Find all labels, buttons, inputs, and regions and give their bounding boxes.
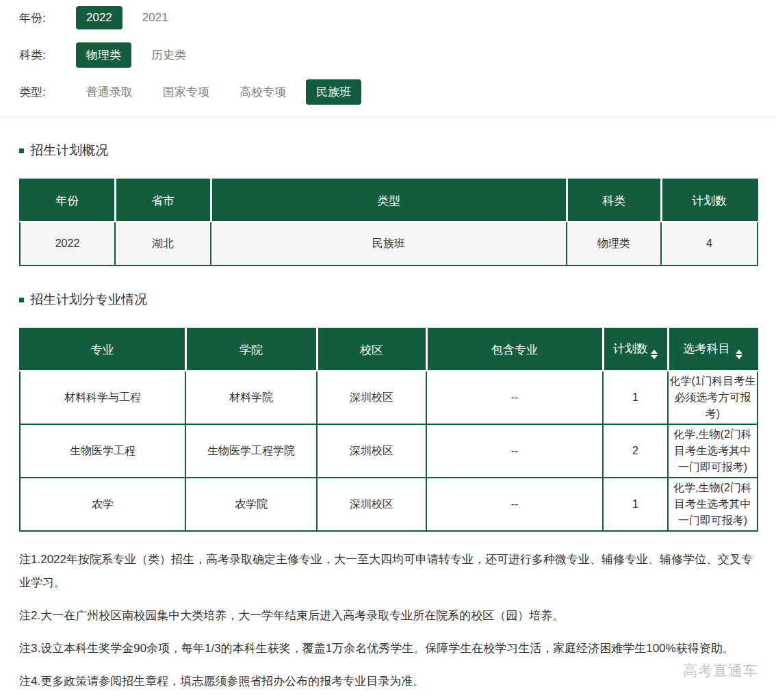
plan-count-cell: 1 (603, 371, 668, 424)
year-filter-label: 年份: (19, 10, 59, 26)
filter-panel: 年份: 2022 2021 科类: 物理类 历史类 类型: 普通录取 国家专项 … (0, 0, 776, 104)
overview-col-year: 年份 (20, 179, 115, 222)
bullet-square-icon (19, 298, 24, 302)
major-cell: 生物医学工程 (20, 424, 185, 478)
bullet-square-icon (19, 148, 24, 153)
table-row: 生物医学工程 生物医学工程学院 深圳校区 -- 2 化学,生物(2门科目考生选考… (20, 424, 758, 478)
note-1: 注1.2022年按院系专业（类）招生，高考录取确定主修专业，大一至大四均可申请转… (19, 548, 757, 595)
overview-col-province: 省市 (115, 179, 211, 222)
campus-cell: 深圳校区 (317, 424, 426, 478)
sort-icon[interactable] (736, 350, 742, 359)
major-cell: 农学 (20, 478, 185, 531)
year-options: 2022 2021 (76, 6, 188, 29)
type-option-putonglvqu[interactable]: 普通录取 (76, 79, 143, 105)
overview-cell-plan-count: 4 (661, 222, 758, 265)
note-3: 注3.设立本科生奖学金90余项，每年1/3的本科生获奖，覆盖1万余名优秀学生。保… (19, 637, 757, 660)
exam-subjects-cell: 化学,生物(2门科目考生选考其中一门即可报考) (668, 424, 758, 478)
campus-cell: 深圳校区 (317, 371, 426, 424)
filter-row-year: 年份: 2022 2021 (19, 5, 757, 30)
table-row: 材料科学与工程 材料学院 深圳校区 -- 1 化学(1门科目考生必须选考方可报考… (20, 371, 758, 424)
majors-col-plan-count-sortable[interactable]: 计划数 (603, 328, 668, 371)
included-majors-cell: -- (426, 371, 603, 424)
overview-cell-subject: 物理类 (567, 222, 661, 265)
overview-header-row: 年份 省市 类型 科类 计划数 (20, 179, 758, 222)
majors-col-exam-subjects-sortable[interactable]: 选考科目 (668, 328, 758, 371)
majors-col-college: 学院 (185, 328, 317, 371)
college-cell: 材料学院 (185, 371, 317, 424)
plan-count-cell: 1 (603, 478, 668, 531)
plan-count-cell: 2 (603, 424, 668, 478)
year-option-2022[interactable]: 2022 (76, 6, 122, 29)
year-option-2021[interactable]: 2021 (132, 6, 179, 29)
notes-section: 注1.2022年按院系专业（类）招生，高考录取确定主修专业，大一至大四均可申请转… (19, 548, 757, 693)
exam-subjects-cell: 化学,生物(2门科目考生选考其中一门即可报考) (668, 478, 758, 531)
college-cell: 生物医学工程学院 (185, 424, 317, 478)
subject-filter-label: 科类: (19, 47, 59, 63)
overview-cell-type: 民族班 (211, 222, 567, 265)
overview-title-text: 招生计划概况 (30, 142, 108, 159)
subject-options: 物理类 历史类 (76, 42, 206, 68)
overview-col-subject: 科类 (567, 179, 661, 222)
table-row: 农学 农学院 深圳校区 -- 1 化学,生物(2门科目考生选考其中一门即可报考) (20, 478, 758, 531)
overview-section-title: 招生计划概况 (19, 142, 757, 159)
overview-col-type: 类型 (211, 179, 567, 222)
majors-col-major: 专业 (20, 328, 185, 371)
overview-cell-year: 2022 (20, 222, 115, 265)
note-2: 注2.大一在广州校区南校园集中大类培养，大一学年结束后进入高考录取专业所在院系的… (19, 604, 757, 627)
majors-section-title: 招生计划分专业情况 (19, 291, 757, 309)
plan-overview-table: 年份 省市 类型 科类 计划数 2022 湖北 民族班 物理类 4 (19, 179, 758, 266)
majors-title-text: 招生计划分专业情况 (30, 291, 147, 309)
overview-col-plan-count: 计划数 (661, 179, 758, 222)
plan-by-major-table: 专业 学院 校区 包含专业 计划数 选考科目 材料科学与工程 材料学院 深圳校区… (19, 328, 758, 532)
college-cell: 农学院 (185, 478, 317, 531)
included-majors-cell: -- (426, 478, 603, 531)
majors-col-campus: 校区 (317, 328, 426, 371)
type-option-guojiazhuanxiang[interactable]: 国家专项 (153, 79, 220, 105)
filter-row-type: 类型: 普通录取 国家专项 高校专项 民族班 (19, 79, 757, 104)
type-option-gaoxiaozhuanxiang[interactable]: 高校专项 (229, 79, 296, 105)
table-row: 2022 湖北 民族班 物理类 4 (20, 222, 758, 265)
filter-row-subject: 科类: 物理类 历史类 (19, 42, 757, 67)
major-cell: 材料科学与工程 (20, 371, 185, 424)
type-options: 普通录取 国家专项 高校专项 民族班 (76, 79, 371, 105)
type-filter-label: 类型: (19, 84, 59, 100)
subject-option-physics[interactable]: 物理类 (76, 42, 131, 68)
included-majors-cell: -- (426, 424, 603, 478)
majors-header-row: 专业 学院 校区 包含专业 计划数 选考科目 (20, 328, 758, 371)
overview-cell-province: 湖北 (115, 222, 211, 265)
campus-cell: 深圳校区 (317, 478, 426, 531)
note-4: 注4.更多政策请参阅招生章程，填志愿须参照省招办公布的报考专业目录为准。 (19, 670, 757, 693)
section-divider (0, 116, 776, 117)
sort-icon[interactable] (651, 350, 658, 359)
gaokao-zhitongche-watermark: 高考直通车 (683, 661, 758, 680)
exam-subjects-cell: 化学(1门科目考生必须选考方可报考) (668, 371, 758, 424)
majors-col-included-majors: 包含专业 (426, 328, 603, 371)
type-option-minzuban[interactable]: 民族班 (306, 79, 361, 105)
subject-option-history[interactable]: 历史类 (141, 42, 196, 68)
